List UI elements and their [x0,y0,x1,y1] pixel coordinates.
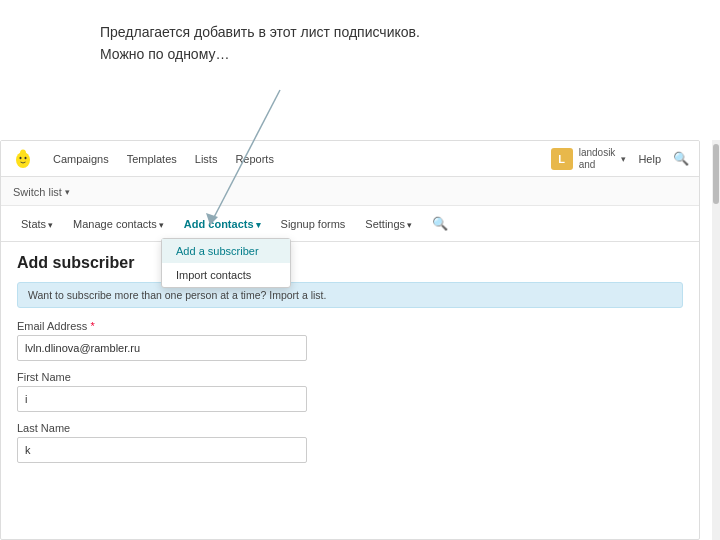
scrollbar-track[interactable] [712,140,720,540]
settings-caret [407,218,412,230]
subnav-search-icon[interactable]: 🔍 [424,212,456,235]
subnav-stats[interactable]: Stats [13,214,61,234]
last-name-label: Last Name [17,422,683,434]
svg-point-6 [21,150,25,154]
switchlist-bar: Switch list [1,177,699,206]
user-menu-caret[interactable]: ▾ [621,154,626,164]
app-wrapper: Campaigns Templates Lists Reports L land… [0,140,700,540]
svg-point-4 [25,156,27,158]
annotation-line2: Можно по одному… [100,44,620,66]
main-content: Add subscriber Want to subscribe more th… [1,242,699,485]
last-name-input[interactable] [17,437,307,463]
subnav-add-contacts[interactable]: Add contacts [176,214,269,234]
nav-campaigns[interactable]: Campaigns [45,149,117,169]
nav-help[interactable]: Help [632,149,667,169]
subnav-signup-forms[interactable]: Signup forms [273,214,354,234]
user-name: landosik and [579,147,616,171]
first-name-input[interactable] [17,386,307,412]
user-badge: L [551,148,573,170]
subnav: Stats Manage contacts Add contacts Signu… [1,206,699,242]
topnav-right: L landosik and ▾ Help 🔍 [551,147,689,171]
topnav-search-icon[interactable]: 🔍 [673,151,689,166]
topnav: Campaigns Templates Lists Reports L land… [1,141,699,177]
scrollbar-thumb[interactable] [713,144,719,204]
annotation-area: Предлагается добавить в этот лист подпис… [0,0,720,83]
subnav-manage-contacts[interactable]: Manage contacts [65,214,172,234]
add-contacts-dropdown: Add a subscriber Import contacts [161,238,291,288]
page-title: Add subscriber [17,254,683,272]
dropdown-add-subscriber[interactable]: Add a subscriber [162,239,290,263]
email-label: Email Address * [17,320,683,332]
nav-templates[interactable]: Templates [119,149,185,169]
email-input[interactable] [17,335,307,361]
email-form-group: Email Address * [17,320,683,361]
mailchimp-logo [11,147,35,171]
last-name-form-group: Last Name [17,422,683,463]
annotation-line1: Предлагается добавить в этот лист подпис… [100,22,620,44]
first-name-form-group: First Name [17,371,683,412]
svg-point-3 [20,156,22,158]
info-banner: Want to subscribe more than one person a… [17,282,683,308]
subnav-settings[interactable]: Settings [357,214,420,234]
switchlist-button[interactable]: Switch list [13,186,70,198]
first-name-label: First Name [17,371,683,383]
dropdown-import-contacts[interactable]: Import contacts [162,263,290,287]
nav-lists[interactable]: Lists [187,149,226,169]
nav-reports[interactable]: Reports [227,149,282,169]
stats-caret [48,218,53,230]
add-contacts-caret [256,218,261,230]
manage-contacts-caret [159,218,164,230]
email-required-star: * [90,320,94,332]
